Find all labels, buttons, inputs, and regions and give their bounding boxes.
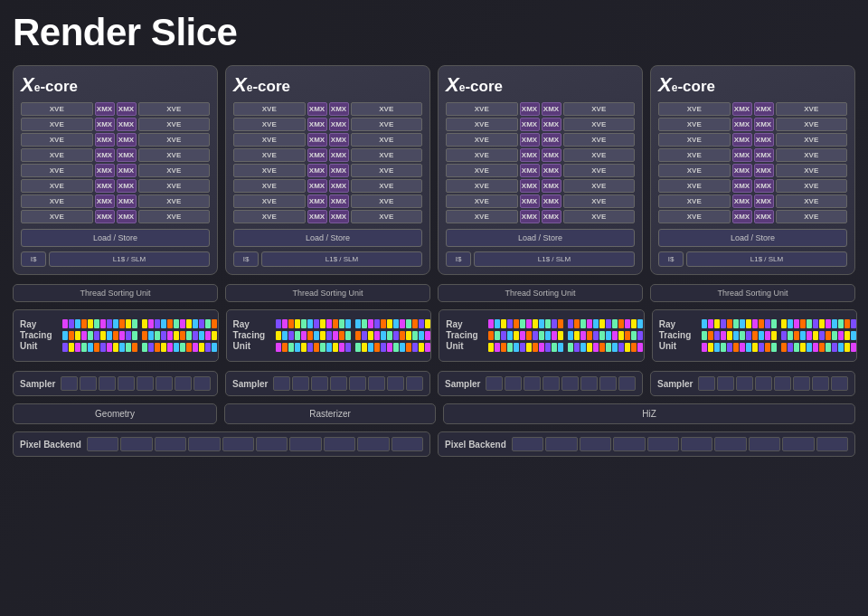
xe-core-2-title: Xe-core [233, 73, 422, 97]
xe-core-4-icache: I$ [658, 251, 684, 267]
page-title: Render Slice [13, 11, 855, 54]
rasterizer-unit: Rasterizer [224, 403, 436, 424]
ray-trace-4: Ray Tracing Unit [652, 309, 858, 362]
xe-core-3-cache-row: I$ L1$ / SLM [446, 251, 635, 267]
xe-core-3-l1cache: L1$ / SLM [474, 251, 635, 267]
ray-trace-1: Ray Tracing Unit [13, 309, 219, 362]
xe-core-1-l1cache: L1$ / SLM [49, 251, 210, 267]
ray-trace-4-label: Ray Tracing Unit [659, 319, 697, 352]
xe-core-3-load-store: Load / Store [446, 229, 635, 247]
sampler-2: Sampler [225, 371, 430, 396]
geometry-unit: Geometry [13, 403, 217, 424]
xe-core-1-cache-row: I$ L1$ / SLM [21, 251, 210, 267]
cores-row: Xe-core XVEXMXXMXXVE XVEXMXXMXXVE XVEXMX… [13, 65, 855, 275]
sampler-2-label: Sampler [232, 379, 268, 389]
hiz-unit: HiZ [443, 403, 855, 424]
pixel-backend-2: Pixel Backend [438, 431, 855, 457]
ray-trace-row: Ray Tracing Unit [13, 309, 855, 362]
pixel-backend-1-label: Pixel Backend [20, 440, 81, 450]
ray-trace-2-bars [276, 319, 351, 352]
pixel-backend-2-label: Pixel Backend [445, 440, 506, 450]
ray-trace-1-bars [62, 319, 137, 352]
thread-sort-3: Thread Sorting Unit [438, 284, 643, 302]
xe-core-2-l1cache: L1$ / SLM [261, 251, 422, 267]
sampler-1-label: Sampler [20, 379, 55, 389]
xe-core-4-cache-row: I$ L1$ / SLM [658, 251, 847, 267]
thread-sort-2: Thread Sorting Unit [225, 284, 430, 302]
xe-core-2-load-store: Load / Store [233, 229, 422, 247]
xe-core-3-icache: I$ [446, 251, 471, 267]
xe-core-1: Xe-core XVEXMXXMXXVE XVEXMXXMXXVE XVEXMX… [13, 65, 218, 275]
ray-trace-1-bars2 [142, 319, 217, 352]
sampler-3: Sampler [438, 371, 643, 396]
xe-core-4-title: Xe-core [658, 73, 847, 97]
ray-trace-2: Ray Tracing Unit [226, 309, 432, 362]
xe-core-2-xve-rows: XVEXMXXMXXVE XVEXMXXMXXVE XVEXMXXMXXVE X… [233, 102, 422, 223]
ray-trace-1-label: Ray Tracing Unit [20, 319, 58, 352]
sampler-4-label: Sampler [657, 379, 693, 389]
thread-sort-row: Thread Sorting Unit Thread Sorting Unit … [13, 284, 855, 302]
xe-core-3-xve-rows: XVEXMXXMXXVE XVEXMXXMXXVE XVEXMXXMXXVE X… [446, 102, 635, 223]
xe-core-1-xve-rows: XVEXMXXMXXVE XVEXMXXMXXVE XVEXMXXMXXVE X… [21, 102, 210, 223]
xe-core-2-cache-row: I$ L1$ / SLM [233, 251, 422, 267]
xe-core-1-load-store: Load / Store [21, 229, 210, 247]
xe-core-2: Xe-core XVEXMXXMXXVE XVEXMXXMXXVE XVEXMX… [225, 65, 430, 275]
xe-core-1-title: Xe-core [21, 73, 210, 97]
xe-core-3-title: Xe-core [446, 73, 635, 97]
xe-core-4: Xe-core XVEXMXXMXXVE XVEXMXXMXXVE XVEXMX… [650, 65, 855, 275]
sampler-4: Sampler [650, 371, 855, 396]
xe-core-3: Xe-core XVEXMXXMXXVE XVEXMXXMXXVE XVEXMX… [438, 65, 643, 275]
thread-sort-4: Thread Sorting Unit [650, 284, 855, 302]
xe-core-4-xve-rows: XVEXMXXMXXVE XVEXMXXMXXVE XVEXMXXMXXVE X… [658, 102, 847, 223]
thread-sort-1: Thread Sorting Unit [13, 284, 218, 302]
bottom-row2: Pixel Backend Pixel Backend [13, 431, 855, 457]
ray-trace-3-label: Ray Tracing Unit [446, 319, 484, 352]
ray-trace-2-label: Ray Tracing Unit [233, 319, 271, 352]
sampler-3-label: Sampler [445, 379, 480, 389]
xe-core-4-load-store: Load / Store [658, 229, 847, 247]
xe-core-4-l1cache: L1$ / SLM [686, 251, 847, 267]
ray-trace-3: Ray Tracing Unit [439, 309, 645, 362]
sampler-row: Sampler Sampler Sampler [13, 371, 855, 396]
sampler-1: Sampler [13, 371, 218, 396]
pixel-backend-1: Pixel Backend [13, 431, 430, 457]
bottom-row1: Geometry Rasterizer HiZ [13, 403, 855, 424]
render-slice-container: Render Slice Xe-core XVEXMXXMXXVE XVEXMX… [0, 0, 868, 616]
xe-core-2-icache: I$ [233, 251, 259, 267]
xe-core-1-icache: I$ [21, 251, 46, 267]
